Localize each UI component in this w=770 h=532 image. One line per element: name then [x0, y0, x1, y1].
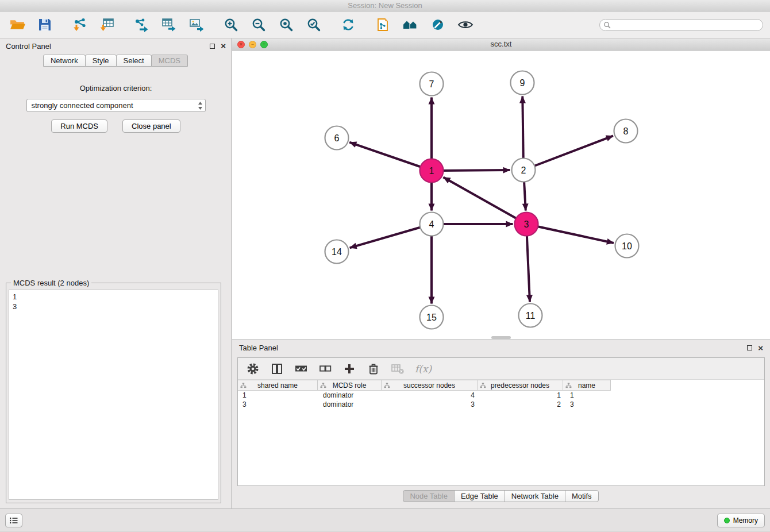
export-network-button[interactable] — [131, 14, 152, 35]
svg-text:7: 7 — [429, 79, 434, 89]
add-row-button[interactable] — [340, 360, 359, 377]
table-cell: dominator — [318, 391, 383, 400]
minimize-window-icon[interactable]: − — [249, 41, 256, 48]
graph-node-4[interactable]: 4 — [420, 213, 444, 236]
export-image-button[interactable] — [186, 14, 207, 35]
edge-2-8[interactable] — [523, 136, 613, 170]
tab-node-table[interactable]: Node Table — [403, 490, 455, 502]
save-session-button[interactable] — [34, 14, 55, 35]
svg-text:14: 14 — [332, 247, 342, 257]
horizontal-scroll-grip[interactable] — [491, 336, 511, 339]
float-panel-icon[interactable] — [210, 44, 215, 49]
annotations-button[interactable] — [428, 14, 448, 35]
svg-text:15: 15 — [426, 313, 437, 322]
edge-4-14[interactable] — [350, 224, 432, 248]
tab-motifs[interactable]: Motifs — [565, 490, 599, 502]
table-cell: 1 — [238, 391, 318, 400]
table-cell: 3 — [238, 400, 318, 409]
column-header-name[interactable]: name — [563, 380, 611, 391]
network-window-titlebar: × − + scc.txt — [232, 38, 770, 51]
task-history-button[interactable] — [5, 514, 22, 527]
maximize-window-icon[interactable]: + — [260, 41, 268, 48]
tab-edge-table[interactable]: Edge Table — [454, 490, 505, 502]
close-panel-button[interactable]: Close panel — [122, 119, 180, 133]
zoom-fit-button[interactable] — [276, 14, 297, 35]
search-input[interactable] — [599, 19, 763, 31]
close-panel-icon[interactable]: × — [221, 43, 226, 49]
graph-node-15[interactable]: 15 — [420, 306, 444, 329]
zoom-in-button[interactable] — [221, 14, 241, 35]
graph-node-9[interactable]: 9 — [511, 71, 534, 95]
column-header-mcds-role[interactable]: MCDS role — [317, 380, 382, 391]
run-mcds-button[interactable]: Run MCDS — [51, 119, 107, 133]
home-icon — [402, 17, 419, 32]
columns-icon — [271, 363, 283, 375]
delete-table-button[interactable] — [388, 360, 407, 377]
float-table-panel-icon[interactable] — [747, 345, 752, 350]
tab-network-table[interactable]: Network Table — [505, 490, 565, 502]
apply-function-button[interactable]: f(x) — [413, 360, 434, 377]
column-header-shared-name[interactable]: shared name — [238, 380, 318, 391]
tab-style[interactable]: Style — [85, 55, 117, 67]
mcds-buttons: Run MCDS Close panel — [0, 119, 232, 133]
criterion-select[interactable]: strongly connected component — [26, 99, 206, 112]
graph-node-14[interactable]: 14 — [325, 240, 349, 264]
select-all-icon — [294, 363, 308, 375]
graph-node-6[interactable]: 6 — [325, 126, 349, 150]
column-label: MCDS role — [333, 381, 367, 390]
graph-node-3[interactable]: 3 — [515, 213, 538, 236]
select-all-button[interactable] — [292, 360, 310, 377]
import-network-icon — [71, 17, 87, 32]
window-controls: × − + — [237, 41, 268, 48]
mcds-result-title: MCDS result (2 nodes) — [11, 279, 91, 287]
delete-row-button[interactable] — [364, 360, 383, 377]
table-row[interactable]: 1dominator411 — [238, 391, 764, 400]
graph-node-1[interactable]: 1 — [420, 159, 444, 183]
graph-node-10[interactable]: 10 — [615, 234, 639, 258]
export-table-button[interactable] — [159, 14, 179, 35]
table-settings-button[interactable] — [244, 360, 262, 377]
import-table-button[interactable] — [97, 14, 117, 35]
column-header-successor-nodes[interactable]: successor nodes — [381, 380, 478, 391]
close-window-icon[interactable]: × — [237, 41, 245, 48]
control-panel: Control Panel × NetworkStyleSelectMCDS O… — [0, 38, 232, 508]
edge-3-10[interactable] — [526, 224, 614, 243]
show-graphics-details-button[interactable] — [455, 14, 476, 35]
graph-node-11[interactable]: 11 — [519, 304, 542, 327]
network-graph[interactable]: 7968124314101511 — [232, 51, 770, 340]
trash-icon — [367, 363, 380, 375]
deselect-all-button[interactable] — [316, 360, 334, 377]
import-network-button[interactable] — [69, 14, 90, 35]
home-button[interactable] — [400, 14, 421, 35]
zoom-out-button[interactable] — [248, 14, 269, 35]
tab-select[interactable]: Select — [116, 55, 152, 67]
tab-network[interactable]: Network — [43, 55, 86, 67]
column-layout-button[interactable] — [268, 360, 286, 377]
close-table-panel-icon[interactable]: × — [758, 345, 763, 351]
network-title: scc.txt — [491, 40, 512, 48]
open-file-button[interactable] — [7, 14, 28, 35]
network-canvas[interactable]: 7968124314101511 — [232, 51, 770, 340]
zoom-selected-button[interactable] — [303, 14, 324, 35]
memory-status-icon — [724, 518, 730, 523]
column-header-predecessor-nodes[interactable]: predecessor nodes — [477, 380, 563, 391]
graph-node-7[interactable]: 7 — [420, 72, 444, 96]
refresh-button[interactable] — [338, 14, 359, 35]
graph-node-8[interactable]: 8 — [614, 119, 638, 143]
clone-network-button[interactable] — [372, 14, 393, 35]
mcds-result-text: 1 3 — [9, 290, 218, 500]
tab-mcds[interactable]: MCDS — [151, 55, 188, 67]
gear-icon — [247, 363, 259, 375]
column-tree-icon — [565, 383, 572, 388]
edge-1-6[interactable] — [349, 142, 432, 171]
edge-3-1[interactable] — [444, 178, 527, 225]
svg-text:9: 9 — [520, 78, 525, 88]
memory-label: Memory — [733, 516, 758, 525]
control-panel-tabs: NetworkStyleSelectMCDS — [0, 53, 232, 67]
control-panel-title: Control Panel — [6, 42, 204, 51]
table-row[interactable]: 3dominator323 — [238, 400, 764, 409]
export-network-icon — [133, 17, 149, 32]
graph-node-2[interactable]: 2 — [512, 159, 536, 182]
table-toolbar: f(x) — [238, 358, 764, 380]
memory-button[interactable]: Memory — [717, 514, 765, 527]
